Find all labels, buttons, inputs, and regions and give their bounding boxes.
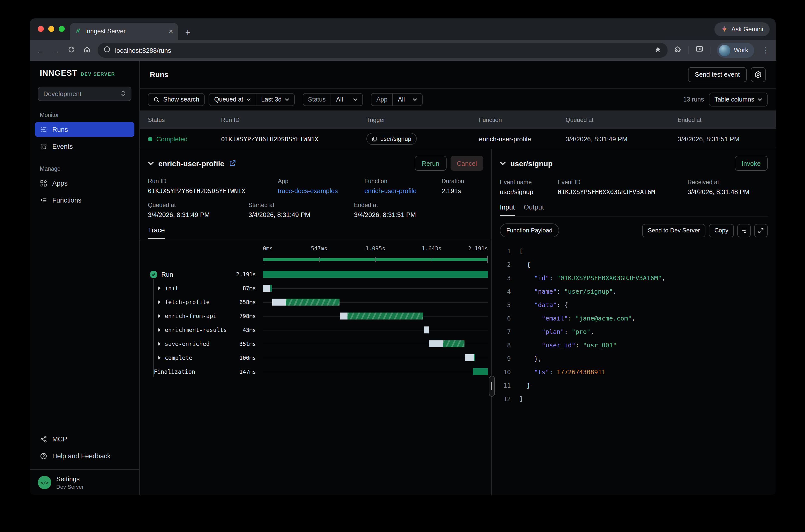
status-filter-value[interactable]: All xyxy=(331,94,362,106)
close-window-button[interactable] xyxy=(38,26,44,32)
cancel-button[interactable]: Cancel xyxy=(450,156,483,171)
panel-resize-handle[interactable] xyxy=(489,376,495,397)
line-number: 12 xyxy=(500,395,511,403)
desktop: Inngest Server ✕ + Ask Gemini xyxy=(0,0,805,532)
app-link[interactable]: trace-docs-examples xyxy=(278,187,364,195)
sidebar-item-events[interactable]: Events xyxy=(35,139,134,154)
tab-trace[interactable]: Trace xyxy=(148,226,165,239)
maximize-window-button[interactable] xyxy=(59,26,65,32)
trace-step-name[interactable]: enrich-from-api798ms xyxy=(148,312,263,320)
environment-value: Development xyxy=(43,90,81,97)
minimap-tick xyxy=(263,256,263,263)
expand-button[interactable] xyxy=(754,224,768,237)
send-to-dev-server-button[interactable]: Send to Dev Server xyxy=(642,224,706,237)
forward-icon[interactable]: → xyxy=(51,46,60,55)
collapse-chevron-icon[interactable] xyxy=(148,161,154,165)
ended-at-value: 3/4/2026, 8:31:51 PM xyxy=(354,211,416,218)
browser-menu-icon[interactable]: ⋮ xyxy=(761,46,770,55)
collapse-chevron-icon[interactable] xyxy=(500,161,506,165)
expand-icon xyxy=(758,227,764,234)
send-test-event-button[interactable]: Send test event xyxy=(688,67,747,82)
event-name-label: Event name xyxy=(500,179,558,186)
show-search-button[interactable]: Show search xyxy=(148,93,205,106)
sidebar-item-apps[interactable]: Apps xyxy=(35,176,134,191)
expand-triangle-icon[interactable] xyxy=(158,328,161,332)
trace-bar xyxy=(263,323,488,337)
col-run-id: Run ID xyxy=(221,116,367,123)
word-wrap-button[interactable] xyxy=(737,224,751,237)
copy-button[interactable]: Copy xyxy=(709,224,734,237)
minimize-window-button[interactable] xyxy=(48,26,54,32)
side-panel-search-icon[interactable] xyxy=(695,45,704,55)
tab-close-icon[interactable]: ✕ xyxy=(169,28,173,35)
page-title: Runs xyxy=(150,70,688,79)
expand-triangle-icon[interactable] xyxy=(158,314,161,318)
trace-bar-segment-queue xyxy=(340,312,347,320)
settings-sublabel: Dev Server xyxy=(56,484,83,490)
toolbar-divider xyxy=(689,46,689,54)
step-duration: 43ms xyxy=(243,327,256,333)
app-filter-value[interactable]: All xyxy=(393,94,423,106)
code-line: 3 "id": "01KJXSYPSFHBXX03GRJFV3A16M", xyxy=(500,271,768,285)
chevron-down-icon xyxy=(353,98,357,101)
expand-triangle-icon[interactable] xyxy=(158,286,161,290)
bookmark-star-icon[interactable] xyxy=(654,45,662,55)
sidebar-item-help[interactable]: Help and Feedback xyxy=(35,449,134,463)
sidebar-events-label: Events xyxy=(52,142,73,150)
event-id-value: 01KJXSYPSFHBXX03GRJFV3A16M xyxy=(558,188,688,195)
reload-icon[interactable] xyxy=(67,46,76,55)
tab-output[interactable]: Output xyxy=(524,204,544,216)
browser-profile-chip[interactable]: Work xyxy=(717,43,754,58)
settings-gear-button[interactable] xyxy=(751,67,766,82)
url-text[interactable]: localhost:8288/runs xyxy=(115,46,650,54)
site-info-icon[interactable] xyxy=(104,46,111,55)
gear-icon xyxy=(754,71,762,78)
time-range-filter[interactable]: Last 3d xyxy=(256,94,294,106)
expand-triangle-icon[interactable] xyxy=(158,342,161,346)
trace-step-name[interactable]: enrichment-results43ms xyxy=(148,326,263,334)
minimap-tick xyxy=(319,257,320,262)
rerun-button[interactable]: Rerun xyxy=(415,156,446,171)
new-tab-button[interactable]: + xyxy=(185,28,190,37)
table-columns-label: Table columns xyxy=(714,96,754,103)
external-link-icon[interactable] xyxy=(229,160,236,167)
expand-triangle-icon[interactable] xyxy=(158,356,161,360)
ask-gemini-button[interactable]: Ask Gemini xyxy=(714,22,770,36)
share-nodes-icon xyxy=(40,435,47,443)
run-detail-title: enrich-user-profile xyxy=(158,159,224,168)
home-icon[interactable] xyxy=(82,46,91,55)
invoke-button[interactable]: Invoke xyxy=(734,156,768,171)
trace-step-name[interactable]: save-enriched351ms xyxy=(148,340,263,347)
extensions-icon[interactable] xyxy=(674,45,682,55)
ended-at-cell: 3/4/2026, 8:31:51 PM xyxy=(677,135,775,142)
address-bar[interactable]: localhost:8288/runs xyxy=(98,43,668,58)
sidebar-item-functions[interactable]: Functions xyxy=(35,193,134,208)
tab-input[interactable]: Input xyxy=(500,204,515,216)
step-duration: 100ms xyxy=(240,355,256,361)
timeline-minimap[interactable] xyxy=(263,255,488,264)
trace-step-name[interactable]: complete100ms xyxy=(148,354,263,361)
run-table-row[interactable]: Completed 01KJXSYPZYB6TH2DSDSYETWN1X use… xyxy=(140,129,775,149)
sidebar-item-runs[interactable]: Runs xyxy=(35,122,134,137)
sidebar-settings[interactable]: </> Settings Dev Server xyxy=(30,469,139,495)
status-value-label: All xyxy=(336,96,343,103)
event-name-value: user/signup xyxy=(500,188,558,195)
function-link[interactable]: enrich-user-profile xyxy=(364,187,442,195)
trigger-pill[interactable]: user/signup xyxy=(367,133,417,145)
sidebar-item-mcp[interactable]: MCP xyxy=(35,432,134,446)
event-id-label: Event ID xyxy=(558,179,688,186)
table-columns-button[interactable]: Table columns xyxy=(709,93,768,107)
trace-bar-segment-striped xyxy=(347,312,423,320)
started-at-value: 3/4/2026, 8:31:49 PM xyxy=(248,211,354,218)
browser-tab[interactable]: Inngest Server ✕ xyxy=(70,23,178,40)
trace-step-name[interactable]: init87ms xyxy=(148,285,263,292)
sidebar: INNGEST DEV SERVER Development Monitor xyxy=(30,61,140,495)
back-icon[interactable]: ← xyxy=(36,46,45,55)
environment-select[interactable]: Development xyxy=(38,87,131,101)
code-text: "ts": 1772674308911 xyxy=(519,368,605,376)
ask-gemini-label: Ask Gemini xyxy=(731,26,763,33)
queued-at-filter[interactable]: Queued at xyxy=(209,94,256,106)
trace-step-name[interactable]: fetch-profile658ms xyxy=(148,299,263,306)
expand-triangle-icon[interactable] xyxy=(158,300,161,304)
code-line: 5 "data": { xyxy=(500,298,768,311)
